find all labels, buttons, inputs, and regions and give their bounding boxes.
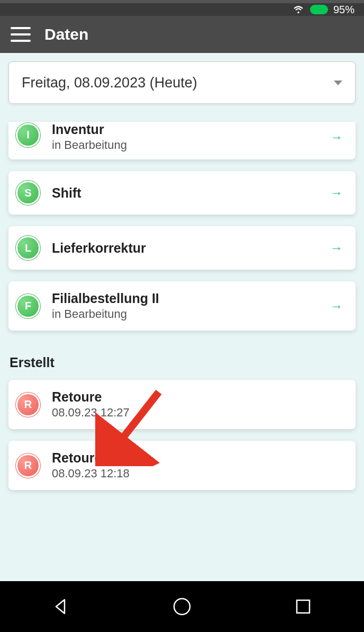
svg-rect-3 xyxy=(297,600,310,613)
badge-letter: R xyxy=(16,393,40,417)
section-header-erstellt: Erstellt xyxy=(10,355,356,370)
badge-letter: I xyxy=(16,123,40,147)
menu-icon[interactable] xyxy=(11,27,31,42)
android-nav-bar xyxy=(0,581,364,632)
created-subtitle: 08.09.23 12:27 xyxy=(52,406,343,420)
task-title: Inventur xyxy=(52,122,330,137)
task-subtitle: in Bearbeitung xyxy=(52,138,330,152)
svg-point-0 xyxy=(297,11,299,13)
arrow-right-icon: → xyxy=(330,130,343,145)
page-title: Daten xyxy=(44,25,88,43)
task-subtitle: in Bearbeitung xyxy=(52,307,330,321)
content-area: Freitag, 08.09.2023 (Heute) I Inventur i… xyxy=(0,53,364,581)
task-title: Filialbestellung II xyxy=(52,291,330,306)
nav-recent-button[interactable] xyxy=(292,595,315,618)
task-card-filialbestellung[interactable]: F Filialbestellung II in Bearbeitung → xyxy=(8,281,356,331)
battery-icon xyxy=(310,5,328,14)
status-bar: 95% xyxy=(0,0,364,16)
badge-letter: R xyxy=(16,453,40,478)
created-title: Retoure xyxy=(52,389,343,405)
task-title: Lieferkorrektur xyxy=(52,241,330,256)
task-title: Shift xyxy=(52,185,330,201)
arrow-right-icon: → xyxy=(330,241,343,255)
battery-percent: 95% xyxy=(333,4,354,16)
badge-letter: S xyxy=(16,181,40,205)
wifi-icon xyxy=(292,4,305,16)
nav-back-button[interactable] xyxy=(49,595,72,618)
created-card-retoure-2[interactable]: R Retoure 08.09.23 12:18 xyxy=(8,441,356,490)
date-selector-label: Freitag, 08.09.2023 (Heute) xyxy=(22,75,197,91)
created-card-retoure-1[interactable]: R Retoure 08.09.23 12:27 xyxy=(8,380,356,429)
chevron-down-icon xyxy=(334,81,342,85)
created-subtitle: 08.09.23 12:18 xyxy=(52,467,343,480)
task-card-shift[interactable]: S Shift → xyxy=(8,171,356,215)
task-card-inventur[interactable]: I Inventur in Bearbeitung → xyxy=(8,122,356,159)
badge-letter: L xyxy=(16,236,40,260)
svg-point-2 xyxy=(174,599,190,615)
arrow-right-icon: → xyxy=(330,299,343,314)
app-bar: Daten xyxy=(0,16,364,53)
created-title: Retoure xyxy=(52,450,343,466)
nav-home-button[interactable] xyxy=(170,595,194,618)
arrow-right-icon: → xyxy=(330,185,343,200)
date-selector[interactable]: Freitag, 08.09.2023 (Heute) xyxy=(8,61,356,104)
badge-letter: F xyxy=(16,294,40,318)
task-card-lieferkorrektur[interactable]: L Lieferkorrektur → xyxy=(8,226,356,270)
